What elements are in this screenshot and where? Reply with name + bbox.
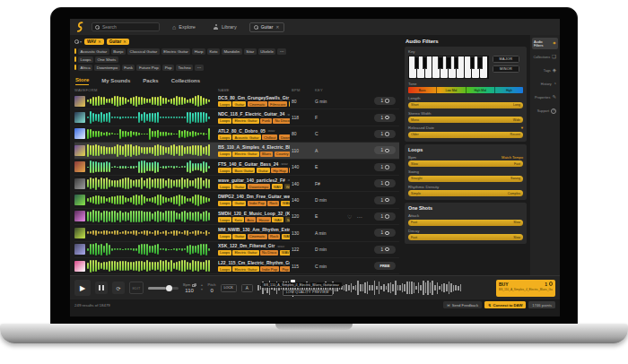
more-options-icon[interactable]: ⋯: [356, 213, 362, 220]
sample-row[interactable]: XSK_122_Dm_Filtered_Gtr.wav LoopsElectri…: [74, 242, 399, 258]
rail-tags[interactable]: Tags ◈: [532, 65, 558, 76]
sample-waveform[interactable]: [87, 127, 218, 141]
pack-artwork[interactable]: [74, 244, 85, 255]
length-slider[interactable]: ShortLong: [408, 102, 523, 108]
price-button[interactable]: 1: [374, 163, 396, 171]
tone-segment[interactable]: High: [495, 87, 523, 93]
tag-chip[interactable]: Electric Guitar: [232, 152, 258, 157]
tag-chip[interactable]: Hip Hop: [271, 168, 287, 173]
transpose-up-icon[interactable]: ▲: [200, 284, 203, 287]
nav-explore[interactable]: ⌂ Explore: [167, 24, 201, 30]
loop-button[interactable]: ⟳: [112, 282, 125, 294]
sample-waveform[interactable]: [87, 210, 218, 223]
tag-chip[interactable]: Chillout: [262, 134, 277, 140]
price-button[interactable]: 1: [374, 246, 396, 254]
sample-waveform[interactable]: [87, 259, 218, 273]
player-key-button[interactable]: A: [241, 284, 253, 292]
tag-chip[interactable]: Loops: [218, 168, 231, 173]
pack-artwork[interactable]: [74, 96, 85, 107]
transpose-steppers[interactable]: ▲ ▼: [200, 284, 203, 291]
tag-chip[interactable]: Downtempo: [279, 134, 290, 140]
tag-chip[interactable]: Nu Disco: [260, 250, 278, 256]
tag-chip[interactable]: Guitar: [232, 234, 246, 239]
sample-name[interactable]: DCS_80_Gm_GrungeySwells_Gtr_01: [218, 95, 290, 100]
tag-chip[interactable]: Pop: [280, 266, 290, 272]
price-button[interactable]: 1: [374, 229, 396, 237]
filter-chip[interactable]: One Shots: [95, 56, 118, 63]
tag-chip[interactable]: Electric Guitar: [232, 250, 258, 256]
sample-waveform[interactable]: [87, 226, 218, 239]
price-button[interactable]: 1: [374, 97, 396, 105]
tag-chip[interactable]: Loops: [218, 101, 231, 107]
sample-waveform[interactable]: [87, 111, 218, 125]
price-button[interactable]: 1: [374, 179, 396, 187]
sample-row[interactable]: MM_NWIB_130_Am_Rhythm_Extra_Guitar_E04.w…: [74, 225, 399, 241]
sample-row[interactable]: DMPG2_140_Dm_Free_Guitar_wet.wav LoopsGu…: [74, 192, 399, 208]
price-button[interactable]: 1: [374, 114, 396, 122]
tag-chip[interactable]: House: [257, 217, 271, 222]
tone-segment[interactable]: Bass: [408, 87, 437, 93]
filter-chip[interactable]: Africa: [78, 65, 92, 71]
tab-packs[interactable]: Packs: [143, 78, 158, 85]
pack-artwork[interactable]: [74, 128, 85, 139]
tag-chip[interactable]: Filmscore: [268, 101, 287, 107]
splice-logo[interactable]: [75, 22, 84, 32]
nav-library[interactable]: Library: [208, 24, 242, 30]
tag-chip[interactable]: Loops: [218, 134, 231, 140]
tag-chip[interactable]: WAV: [272, 217, 283, 222]
rail-audio-filters[interactable]: Audio Filters ✦: [532, 38, 558, 49]
piano-black-key[interactable]: [446, 56, 450, 69]
price-button[interactable]: 1: [374, 146, 396, 154]
sample-row[interactable]: ATL2_80_C_Dobro_05.wav LoopsAcoustic Gui…: [74, 126, 399, 143]
pack-artwork[interactable]: [74, 211, 85, 221]
sample-row[interactable]: BS_110_A_Simples_4_Electric_Blues_Guitar…: [74, 143, 399, 159]
tag-chip[interactable]: Loops: [218, 201, 231, 206]
tag-chip[interactable]: Guitar: [232, 184, 246, 189]
minor-button[interactable]: MINOR: [493, 65, 519, 73]
tag-chip[interactable]: Blues: [260, 152, 273, 157]
tag-chip[interactable]: Guitar: [232, 101, 246, 107]
piano-black-key[interactable]: [423, 56, 427, 69]
decay-slider[interactable]: FastSlow: [408, 234, 523, 240]
bpm-lock-icon[interactable]: [192, 284, 196, 287]
price-button[interactable]: 1: [374, 130, 396, 138]
piano-black-key[interactable]: [477, 56, 482, 69]
sample-name[interactable]: L22_115_Cm_Electric_Rhythm_Guitar_Verse: [218, 260, 290, 265]
free-download-button[interactable]: FREE: [374, 262, 396, 270]
filter-chip[interactable]: Harp: [192, 48, 205, 55]
tag-chip[interactable]: Indie Pop: [260, 266, 279, 272]
piano-keyboard[interactable]: [408, 56, 489, 79]
tag-chip[interactable]: Loops: [218, 184, 231, 189]
sample-name[interactable]: ATL2_80_C_Dobro_05: [218, 128, 266, 134]
filter-search-button[interactable]: ▾: [74, 39, 82, 44]
sample-name[interactable]: wave_guitar_140_particles2_F#: [218, 178, 285, 183]
send-feedback-button[interactable]: ✉ Send Feedback: [443, 301, 482, 308]
price-button[interactable]: 1: [374, 212, 396, 221]
released-date-slider[interactable]: OlderRecent: [408, 132, 523, 138]
tag-chip[interactable]: Loops: [218, 118, 231, 124]
rail-history[interactable]: History ◔: [532, 78, 558, 90]
rail-properties[interactable]: Properties ✎: [532, 91, 558, 103]
sample-waveform[interactable]: [87, 243, 218, 256]
sample-name[interactable]: DMPG2_140_Dm_Free_Guitar_wet: [218, 194, 290, 199]
pack-artwork[interactable]: [74, 195, 85, 205]
tag-chip[interactable]: Funk: [260, 118, 272, 124]
tag-chip[interactable]: Trap: [289, 168, 290, 173]
sample-name[interactable]: SMDH_120_E_Music_Loop_32_(KOTO): [218, 211, 290, 216]
filter-chip[interactable]: Koto: [207, 48, 220, 55]
tag-chip[interactable]: Asia: [245, 217, 256, 222]
close-icon[interactable]: ✕: [123, 39, 126, 44]
sample-waveform[interactable]: [87, 160, 218, 174]
filter-chip[interactable]: Funk: [122, 65, 135, 71]
filter-chip[interactable]: Banjo: [111, 48, 126, 55]
close-icon[interactable]: ✕: [275, 24, 279, 30]
piano-black-key[interactable]: [470, 56, 475, 69]
favorite-icon[interactable]: ♡: [347, 213, 352, 220]
bpm-slider[interactable]: SlowFast: [408, 160, 523, 167]
applied-filter-chip[interactable]: Guitar✕: [107, 39, 129, 45]
sample-row[interactable]: FTS_140_E_Guitar_Bass_24.wav LoopsBass G…: [74, 160, 399, 176]
sample-name[interactable]: BS_110_A_Simples_4_Electric_Blues_Guitar: [218, 144, 290, 150]
filter-chip[interactable]: Techno: [176, 65, 193, 71]
tag-chip[interactable]: Loops: [218, 234, 231, 239]
sample-name[interactable]: FTS_140_E_Guitar_Bass_24: [218, 161, 278, 167]
